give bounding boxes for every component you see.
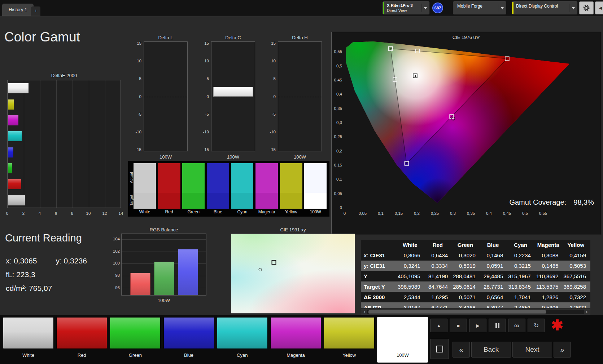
table-cell: 2,2622	[563, 302, 590, 308]
table-cell: 0,3241	[397, 261, 425, 271]
axis-tick: 0,25	[427, 210, 443, 216]
pattern-source-selector[interactable]: Mobile Forge	[453, 1, 506, 14]
notice-button[interactable]: ✱	[548, 316, 567, 334]
axis-tick: 0,45	[499, 210, 515, 216]
axis-tick: 4	[35, 210, 44, 216]
patch-button-white[interactable]: White	[3, 317, 54, 363]
divider	[498, 4, 498, 12]
add-tab-button[interactable]: +	[31, 6, 40, 16]
display-status-accent	[512, 2, 514, 14]
axis-tick: 12	[100, 210, 109, 216]
chart-title-delta-c: Delta C	[204, 35, 262, 40]
table-cell: 0,6434	[425, 250, 453, 261]
target-row-label: Target	[129, 192, 134, 209]
cie31-marker-circle	[259, 268, 262, 271]
axis-tick: -5	[196, 111, 209, 117]
patch-button-yellow[interactable]: Yellow	[324, 317, 375, 363]
scrollbar-thumb[interactable]	[368, 310, 546, 314]
swatch-label: White	[132, 209, 158, 214]
axis-tick: 0,5	[517, 210, 533, 216]
patch-swatch	[217, 317, 268, 349]
back-button[interactable]: Back	[471, 342, 511, 358]
current-reading-heading: Current Reading	[5, 232, 82, 244]
scroll-left-button[interactable]: ◄	[361, 310, 367, 314]
patch-button-cyan[interactable]: Cyan	[217, 317, 268, 363]
table-cell: 285,0614	[452, 281, 480, 292]
swatch-label: Blue	[205, 209, 231, 214]
chart-title-rgb-balance: RGB Balance	[121, 227, 206, 232]
axis-tick: 15	[128, 40, 141, 46]
table-cell: 0,7322	[563, 292, 590, 302]
measurement-table: WhiteRedGreenBlueCyanMagentaYellowx: CIE…	[361, 240, 590, 308]
settings-button[interactable]	[579, 1, 594, 14]
table-cell: 6,4771	[425, 302, 453, 308]
patch-button-red[interactable]: Red	[56, 317, 107, 363]
history-tab[interactable]: History 1	[2, 4, 34, 16]
delta_c-bar	[213, 87, 253, 97]
column-header-blue: Blue	[480, 240, 508, 250]
table-cell: 28,7731	[480, 281, 508, 292]
display-control-selector[interactable]: Direct Display Control	[512, 1, 577, 14]
axis-tick: -10	[196, 129, 209, 135]
patch-button-100w[interactable]: 100W	[377, 317, 428, 363]
table-header-row: WhiteRedGreenBlueCyanMagentaYellow	[361, 240, 590, 250]
deltae-bar-magenta	[8, 115, 18, 125]
swatch-target-magenta	[255, 193, 278, 209]
patch-label: Yellow	[324, 349, 375, 363]
play-button[interactable]: ▶	[469, 319, 486, 332]
table-cell: 405,1095	[397, 271, 425, 281]
row-label: Target Y	[361, 281, 397, 292]
pattern-window-mode-button[interactable]	[430, 339, 449, 359]
meter-mode: Direct View	[387, 8, 407, 13]
pause-button[interactable]	[489, 319, 506, 332]
table-cell: 0,5053	[563, 261, 590, 271]
axis-tick: 0,1	[373, 210, 389, 216]
next-button[interactable]: Next	[512, 342, 552, 358]
stop-icon: ■	[457, 323, 460, 328]
table-scrollbar[interactable]: ◄ ►	[361, 309, 590, 315]
pattern-list-up-button[interactable]: ▲	[430, 319, 447, 332]
axis-tick: 104	[108, 236, 120, 242]
axis-tick: 0,35	[463, 210, 479, 216]
gamut-coverage: Gamut Coverage:98,3%	[447, 198, 594, 207]
swatch-label: Cyan	[229, 209, 255, 214]
double-chevron-left-icon: «	[459, 346, 463, 354]
patch-swatch	[270, 317, 321, 349]
table-cell: 0,5071	[452, 292, 480, 302]
table-cell: 367,5516	[563, 271, 590, 281]
column-header-magenta: Magenta	[535, 240, 563, 250]
double-chevron-right-icon: »	[560, 346, 564, 354]
axis-tick: 0,15	[391, 210, 407, 216]
last-page-button[interactable]: »	[554, 342, 571, 358]
gamut-coverage-value: 98,3%	[573, 198, 594, 206]
stop-button[interactable]: ■	[450, 319, 467, 332]
rgb-bar-red	[130, 273, 150, 295]
patch-button-magenta[interactable]: Magenta	[270, 317, 321, 363]
patch-button-green[interactable]: Green	[110, 317, 161, 363]
refresh-icon: ↻	[534, 322, 539, 329]
axis-tick: 0,55	[535, 210, 551, 216]
chart-title-deltae2000: DeltaE 2000	[7, 73, 121, 78]
delta-c-xlabel: 100W	[211, 154, 255, 160]
display-control-label: Direct Display Control	[516, 4, 558, 9]
table-cell: 0,5306	[535, 302, 563, 308]
cie1976-chromaticity-diagram	[345, 37, 571, 208]
meter-selector[interactable]: X-Rite i1Pro 3 Direct View	[383, 1, 429, 14]
patch-swatch	[163, 317, 214, 349]
collapse-panel-button[interactable]: ◀	[595, 1, 603, 14]
axis-tick: 0,1	[327, 176, 342, 182]
patch-button-blue[interactable]: Blue	[163, 317, 214, 363]
scroll-right-button[interactable]: ►	[584, 310, 590, 314]
table-cell: 0,2234	[507, 250, 535, 261]
refresh-button[interactable]: ↻	[528, 319, 545, 332]
axis-tick: 96	[108, 285, 120, 290]
continuous-measure-button[interactable]: ∞	[508, 319, 525, 332]
swatch-actual-blue	[207, 163, 229, 193]
first-page-button[interactable]: «	[453, 342, 470, 358]
reading-y: y: 0,3236	[56, 257, 87, 265]
chart-title-cie1931: CIE 1931 xy	[231, 227, 355, 232]
axis-tick: 0,55	[327, 49, 342, 54]
swatch-label: Yellow	[278, 209, 304, 214]
axis-tick: 10	[84, 210, 93, 216]
table-cell: 0,4159	[563, 250, 590, 261]
